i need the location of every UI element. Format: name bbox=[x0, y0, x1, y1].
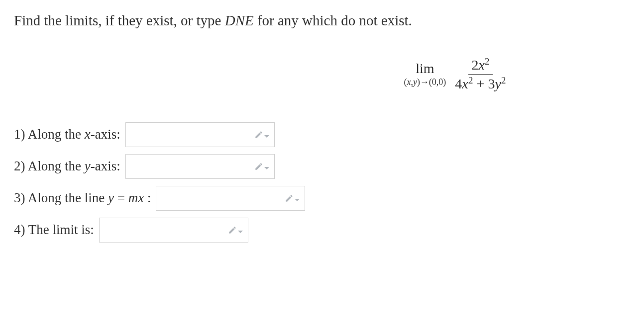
instruction-text: Find the limits, if they exist, or type … bbox=[14, 10, 630, 32]
question-3-label: 3) Along the line y = mx : bbox=[14, 188, 151, 208]
lim-word: lim bbox=[416, 61, 434, 77]
answer-input-4[interactable] bbox=[99, 218, 248, 243]
pencil-icon bbox=[254, 130, 263, 139]
numerator: 2x2 bbox=[468, 57, 492, 75]
question-2-label: 2) Along the y-axis: bbox=[14, 156, 120, 176]
answer-input-2[interactable] bbox=[125, 154, 275, 179]
limit-fraction: 2x2 4x2 + 3y2 bbox=[452, 57, 509, 92]
answer-input-1[interactable] bbox=[125, 122, 275, 147]
pencil-icon bbox=[285, 194, 294, 203]
instruction-dne: DNE bbox=[225, 12, 254, 28]
chevron-down-icon bbox=[264, 135, 269, 138]
edit-dropdown-icon[interactable] bbox=[254, 162, 269, 171]
chevron-down-icon bbox=[264, 167, 269, 169]
edit-dropdown-icon[interactable] bbox=[285, 194, 300, 203]
edit-dropdown-icon[interactable] bbox=[254, 130, 269, 139]
pencil-icon bbox=[228, 226, 237, 235]
chevron-down-icon bbox=[238, 231, 243, 233]
pencil-icon bbox=[254, 162, 263, 171]
lim-subscript: (x,y)→(0,0) bbox=[404, 78, 446, 87]
question-4-label: 4) The limit is: bbox=[14, 220, 94, 240]
denominator: 4x2 + 3y2 bbox=[452, 75, 509, 92]
limit-operator: lim (x,y)→(0,0) bbox=[404, 61, 446, 87]
edit-dropdown-icon[interactable] bbox=[228, 226, 243, 235]
question-2-row: 2) Along the y-axis: bbox=[14, 154, 630, 179]
chevron-down-icon bbox=[295, 199, 300, 201]
answer-input-3[interactable] bbox=[156, 186, 305, 211]
instruction-prefix: Find the limits, if they exist, or type bbox=[14, 12, 225, 28]
instruction-suffix: for any which do not exist. bbox=[254, 12, 412, 28]
question-3-row: 3) Along the line y = mx : bbox=[14, 186, 630, 211]
question-1-label: 1) Along the x-axis: bbox=[14, 124, 120, 145]
limit-expression: lim (x,y)→(0,0) 2x2 4x2 + 3y2 bbox=[14, 57, 630, 92]
question-1-row: 1) Along the x-axis: bbox=[14, 122, 630, 147]
question-4-row: 4) The limit is: bbox=[14, 218, 630, 243]
